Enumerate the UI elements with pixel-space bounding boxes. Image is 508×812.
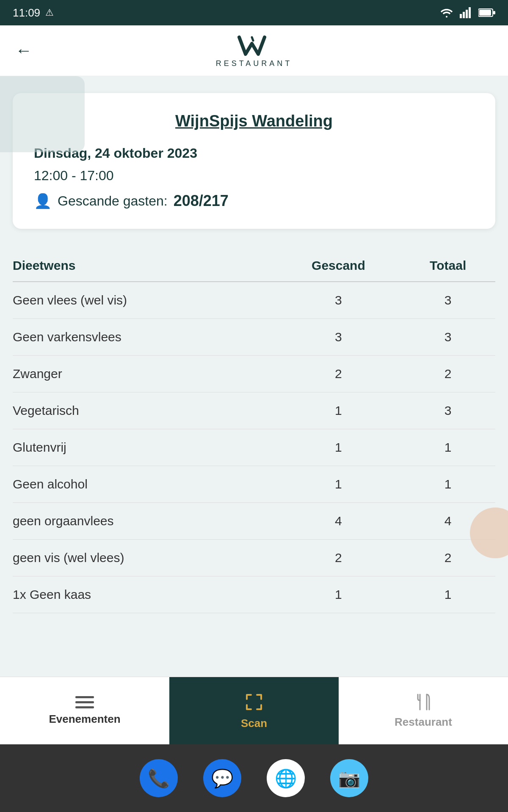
- main-content: WijnSpijs Wandeling Dinsdag, 24 oktober …: [0, 76, 508, 744]
- status-bar: 11:09 ⚠: [0, 0, 508, 25]
- guest-count: 208/217: [174, 192, 229, 210]
- logo-container: RESTAURANT: [216, 33, 293, 68]
- status-bar-right: [439, 7, 495, 18]
- back-button[interactable]: ←: [15, 41, 32, 60]
- camera-glyph: 📷: [338, 768, 360, 789]
- diet-table-row: geen vis (wel vlees)22: [13, 540, 495, 576]
- diet-row-name: Geen varkensvlees: [13, 319, 276, 356]
- event-time: 12:00 - 17:00: [34, 168, 474, 184]
- diet-row-name: Geen vlees (wel vis): [13, 282, 276, 319]
- diet-table-row: Vegetarisch13: [13, 392, 495, 429]
- restaurant-icon: [414, 693, 433, 711]
- diet-row-name: Zwanger: [13, 356, 276, 392]
- diet-row-name: Glutenvrij: [13, 429, 276, 466]
- diet-table-row: geen orgaanvlees44: [13, 503, 495, 540]
- diet-row-scanned: 3: [276, 282, 405, 319]
- diet-table-row: Geen alcohol11: [13, 466, 495, 503]
- status-time: 11:09: [13, 6, 40, 19]
- event-guests: 👤 Gescande gasten: 208/217: [34, 192, 474, 210]
- logo-text: RESTAURANT: [216, 59, 293, 68]
- messages-glyph: 💬: [211, 768, 233, 789]
- diet-row-name: 1x Geen kaas: [13, 576, 276, 613]
- svg-rect-6: [493, 11, 495, 14]
- diet-row-total: 1: [405, 429, 495, 466]
- tab-restaurant[interactable]: Restaurant: [339, 677, 508, 744]
- svg-rect-3: [469, 7, 471, 18]
- diet-row-name: Vegetarisch: [13, 392, 276, 429]
- diet-row-total: 1: [405, 576, 495, 613]
- diet-table-header: Dieetwens Gescand Totaal: [13, 250, 495, 282]
- tab-scan[interactable]: Scan: [169, 677, 339, 744]
- col-header-totaal: Totaal: [405, 250, 495, 282]
- diet-row-name: Geen alcohol: [13, 466, 276, 503]
- diet-row-scanned: 1: [276, 576, 405, 613]
- diet-row-name: geen vis (wel vlees): [13, 540, 276, 576]
- diet-row-scanned: 4: [276, 503, 405, 540]
- app-chrome-icon[interactable]: 🌐: [267, 759, 305, 797]
- logo-icon: [237, 33, 271, 58]
- diet-table-row: Glutenvrij11: [13, 429, 495, 466]
- svg-rect-0: [460, 14, 462, 18]
- top-nav: ← RESTAURANT: [0, 25, 508, 76]
- diet-table: Dieetwens Gescand Totaal Geen vlees (wel…: [13, 250, 495, 613]
- svg-rect-1: [463, 12, 465, 18]
- diet-row-total: 1: [405, 466, 495, 503]
- person-icon: 👤: [34, 192, 52, 209]
- col-header-gescand: Gescand: [276, 250, 405, 282]
- event-card: WijnSpijs Wandeling Dinsdag, 24 oktober …: [13, 93, 495, 229]
- diet-row-total: 3: [405, 282, 495, 319]
- tab-restaurant-label: Restaurant: [395, 716, 452, 729]
- diet-table-row: Geen vlees (wel vis)33: [13, 282, 495, 319]
- phone-glyph: 📞: [148, 768, 170, 789]
- status-warning: ⚠: [45, 7, 54, 18]
- list-icon: [75, 696, 94, 708]
- app-camera-icon[interactable]: 📷: [330, 759, 368, 797]
- scan-icon: [243, 691, 265, 713]
- diet-row-scanned: 2: [276, 540, 405, 576]
- tab-evenementen-label: Evenementen: [49, 713, 120, 726]
- diet-row-scanned: 2: [276, 356, 405, 392]
- diet-row-scanned: 1: [276, 429, 405, 466]
- wifi-icon: [439, 7, 454, 18]
- diet-row-scanned: 1: [276, 466, 405, 503]
- svg-rect-5: [479, 10, 491, 16]
- app-messages-icon[interactable]: 💬: [203, 759, 241, 797]
- diet-table-row: Zwanger22: [13, 356, 495, 392]
- tab-scan-label: Scan: [241, 717, 267, 730]
- diet-row-name: geen orgaanvlees: [13, 503, 276, 540]
- diet-row-total: 2: [405, 356, 495, 392]
- app-phone-icon[interactable]: 📞: [140, 759, 178, 797]
- tab-bar: Evenementen Scan Restaurant: [0, 677, 508, 744]
- event-date: Dinsdag, 24 oktober 2023: [34, 145, 474, 161]
- signal-icon: [460, 7, 472, 18]
- diet-row-scanned: 1: [276, 392, 405, 429]
- diet-row-total: 3: [405, 392, 495, 429]
- status-bar-left: 11:09 ⚠: [13, 6, 54, 19]
- diet-table-row: 1x Geen kaas11: [13, 576, 495, 613]
- guests-label: Gescande gasten:: [58, 193, 168, 209]
- svg-rect-2: [466, 10, 468, 18]
- tab-evenementen[interactable]: Evenementen: [0, 677, 169, 744]
- chrome-glyph: 🌐: [275, 768, 297, 789]
- col-header-dieetwens: Dieetwens: [13, 250, 276, 282]
- diet-row-scanned: 3: [276, 319, 405, 356]
- diet-table-body: Geen vlees (wel vis)33Geen varkensvlees3…: [13, 282, 495, 613]
- battery-icon: [478, 8, 495, 17]
- diet-row-total: 3: [405, 319, 495, 356]
- bg-stripe: [0, 76, 85, 152]
- diet-table-row: Geen varkensvlees33: [13, 319, 495, 356]
- android-bar: 📞 💬 🌐 📷: [0, 744, 508, 812]
- event-title: WijnSpijs Wandeling: [34, 112, 474, 130]
